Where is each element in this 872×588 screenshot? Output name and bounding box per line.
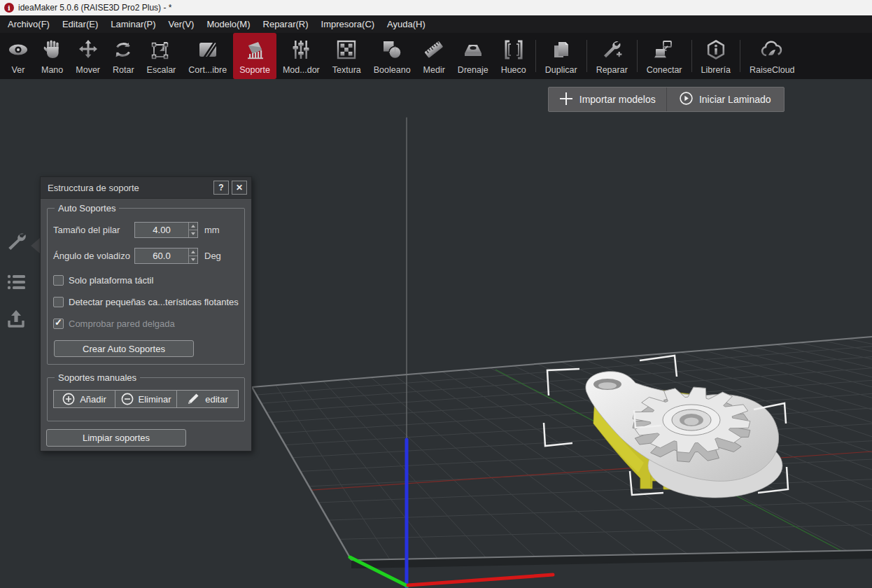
dialog-titlebar[interactable]: Estrucctura de soporte ? ✕ bbox=[41, 177, 251, 199]
pillar-size-label: Tamaño del pilar bbox=[53, 225, 134, 235]
toolbar-item-conectar[interactable]: Conectar bbox=[640, 33, 689, 79]
add-support-button[interactable]: Añadir bbox=[53, 390, 115, 408]
check-icon: ✓ bbox=[55, 317, 62, 328]
wrench-icon bbox=[6, 231, 27, 255]
checkbox-touch-platform-only[interactable]: Solo plataforma táctil bbox=[53, 275, 239, 286]
toolbar-item-hueco[interactable]: Hueco bbox=[495, 33, 533, 79]
create-auto-supports-button[interactable]: Crear Auto Soportes bbox=[54, 340, 194, 357]
titlebar: i ideaMaker 5.0.6 (RAISE3D Pro2 Plus) - … bbox=[0, 0, 872, 15]
overhang-angle-input[interactable] bbox=[134, 248, 198, 264]
support-structure-dialog: Estrucctura de soporte ? ✕ Auto Soportes… bbox=[40, 176, 252, 451]
dialog-help-button[interactable]: ? bbox=[213, 181, 229, 195]
toolbar-item-raisecloud[interactable]: RaiseCloud bbox=[743, 33, 801, 79]
model-list-button[interactable] bbox=[6, 273, 27, 294]
checkbox-label: Solo plataforma táctil bbox=[69, 275, 153, 286]
scale-icon bbox=[151, 36, 171, 63]
menu-item-impresora[interactable]: Impresora(C) bbox=[315, 15, 381, 33]
export-button[interactable] bbox=[6, 309, 27, 330]
toolbar-item-libreria[interactable]: Librería bbox=[695, 33, 737, 79]
chevron-down-icon bbox=[191, 232, 195, 235]
pillar-size-unit: mm bbox=[204, 225, 220, 235]
remove-support-button[interactable]: Eliminar bbox=[115, 390, 177, 408]
toolbar-item-duplicar[interactable]: Duplicar bbox=[539, 33, 584, 79]
viewport-action-bar: Importar modelos Iniciar Laminado bbox=[548, 87, 785, 112]
toolbar-item-drenaje[interactable]: Drenaje bbox=[451, 33, 495, 79]
toolbar-item-label: Escalar bbox=[147, 65, 176, 75]
toolbar-separator bbox=[740, 40, 740, 72]
toolbar-item-escalar[interactable]: Escalar bbox=[141, 33, 183, 79]
boolean-icon bbox=[381, 36, 402, 63]
free-cut-icon bbox=[198, 36, 218, 63]
toolbar-item-booleano[interactable]: Booleano bbox=[367, 33, 417, 79]
pillar-size-spin-down-button[interactable] bbox=[189, 230, 197, 237]
play-icon bbox=[680, 92, 693, 107]
toolbar-item-reparar[interactable]: Reparar bbox=[590, 33, 634, 79]
circle-minus-icon bbox=[121, 393, 134, 405]
import-models-button[interactable]: Importar modelos bbox=[549, 88, 666, 111]
edit-support-button[interactable]: editar bbox=[176, 390, 239, 408]
toolbar-item-rotar[interactable]: Rotar bbox=[106, 33, 141, 79]
texture-icon bbox=[337, 36, 356, 63]
toolbar-item-modificador[interactable]: Mod...dor bbox=[276, 33, 326, 79]
checkbox-check-thin-wall[interactable]: ✓Comprobar pared delgada bbox=[53, 318, 239, 329]
pillar-size-field-row: Tamaño del pilarmm bbox=[53, 221, 239, 238]
button-label: Eliminar bbox=[139, 394, 171, 405]
toolbar-item-label: Ver bbox=[12, 65, 25, 75]
dialog-close-button[interactable]: ✕ bbox=[232, 181, 247, 195]
toolbar-item-label: Conectar bbox=[647, 65, 682, 75]
rotate-icon bbox=[113, 36, 133, 63]
menu-item-ver[interactable]: Ver(V) bbox=[162, 15, 201, 33]
pillar-size-input[interactable] bbox=[134, 222, 198, 238]
pillar-size-spin-up-button[interactable] bbox=[189, 223, 197, 230]
pencil-icon bbox=[187, 393, 200, 405]
checkbox-box[interactable] bbox=[53, 275, 64, 286]
overhang-angle-spin-up-button[interactable] bbox=[189, 248, 197, 255]
toolbar-item-label: Mod...dor bbox=[283, 65, 320, 75]
hand-icon bbox=[43, 36, 62, 63]
measure-icon bbox=[423, 36, 444, 63]
menu-item-ayuda[interactable]: Ayuda(H) bbox=[381, 15, 432, 33]
menu-item-modelo[interactable]: Modelo(M) bbox=[200, 15, 256, 33]
toolbar-item-ver[interactable]: Ver bbox=[1, 33, 35, 79]
clear-supports-button[interactable]: Limpiar soportes bbox=[46, 429, 186, 447]
checkbox-label: Detectar pequeñas ca...terísticas flotan… bbox=[69, 297, 239, 307]
overhang-angle-value[interactable] bbox=[135, 248, 188, 263]
pillar-size-value[interactable] bbox=[135, 223, 188, 237]
start-slicing-button[interactable]: Iniciar Laminado bbox=[666, 88, 785, 111]
toolbar-item-mover[interactable]: Mover bbox=[69, 33, 106, 79]
menubar: Archivo(F)Editar(E)Laminar(P)Ver(V)Model… bbox=[0, 15, 872, 33]
overhang-angle-label: Ángulo de voladizo bbox=[53, 251, 134, 261]
menu-item-reparar[interactable]: Reparar(R) bbox=[257, 15, 315, 33]
toolbar-item-textura[interactable]: Textura bbox=[326, 33, 367, 79]
toolbar-item-label: Hueco bbox=[501, 65, 526, 75]
circle-plus-icon bbox=[62, 393, 75, 405]
toolbar-item-label: Drenaje bbox=[458, 65, 488, 75]
toolbar-item-label: Mano bbox=[41, 65, 63, 75]
toolbar-item-soporte[interactable]: Soporte bbox=[233, 33, 276, 79]
library-icon bbox=[706, 36, 726, 63]
toolbar-separator bbox=[637, 40, 638, 72]
toolbar-item-label: Librería bbox=[701, 65, 731, 75]
toolbar-separator bbox=[586, 40, 587, 72]
checkbox-box[interactable]: ✓ bbox=[53, 318, 64, 329]
support-settings-button[interactable] bbox=[6, 232, 27, 253]
start-slicing-label: Iniciar Laminado bbox=[699, 94, 771, 105]
checkbox-box[interactable] bbox=[53, 297, 64, 307]
toolbar-item-label: Textura bbox=[332, 65, 361, 75]
menu-item-laminar[interactable]: Laminar(P) bbox=[104, 15, 162, 33]
auto-supports-group: Auto Soportes Tamaño del pilarmmÁngulo d… bbox=[47, 203, 245, 365]
auto-supports-legend: Auto Soportes bbox=[55, 203, 119, 214]
3d-viewport[interactable]: Importar modelos Iniciar Laminado Estruc… bbox=[0, 79, 872, 588]
menu-item-editar[interactable]: Editar(E) bbox=[56, 15, 104, 33]
drain-icon bbox=[463, 36, 484, 63]
overhang-angle-spin-down-button[interactable] bbox=[189, 255, 197, 263]
manual-supports-group: Soportes manuales AñadirEliminareditar bbox=[47, 372, 245, 421]
overhang-angle-unit: Deg bbox=[204, 251, 221, 261]
menu-item-archivo[interactable]: Archivo(F) bbox=[1, 15, 56, 33]
toolbar-item-corte-libre[interactable]: Cort...ibre bbox=[182, 33, 233, 79]
ideamaker-logo-icon: i bbox=[4, 3, 14, 13]
checkbox-detect-floating[interactable]: Detectar pequeñas ca...terísticas flotan… bbox=[53, 297, 239, 307]
toolbar-separator bbox=[691, 40, 692, 72]
toolbar-item-medir[interactable]: Medir bbox=[417, 33, 451, 79]
toolbar-item-mano[interactable]: Mano bbox=[35, 33, 69, 79]
